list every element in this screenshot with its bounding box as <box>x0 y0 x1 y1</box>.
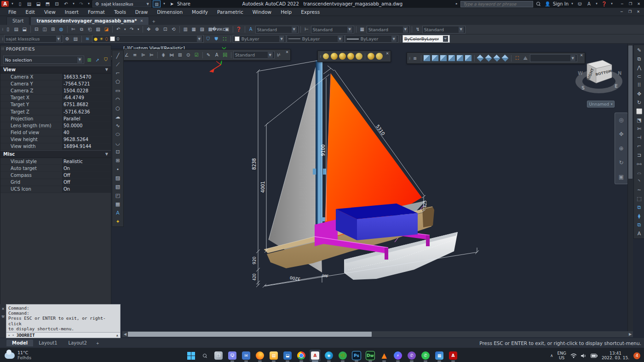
green-app-button[interactable]: 🌿 <box>337 350 348 362</box>
quick-select-icon[interactable]: ⛉ <box>103 57 109 63</box>
section-misc[interactable]: Misc▼ <box>0 150 111 158</box>
dreamweaver-button[interactable]: Dw <box>365 350 376 362</box>
view-neiso-icon[interactable] <box>493 55 501 62</box>
lineweight-combo[interactable]: ByLayer▼ <box>345 35 398 43</box>
mail-button[interactable]: ✉ <box>241 350 252 362</box>
create-camera-icon[interactable]: ⛶ <box>513 55 521 62</box>
copy-icon[interactable]: ⧉ <box>635 55 644 63</box>
ellipse-arc-icon[interactable]: ◡ <box>113 139 122 147</box>
language-indicator[interactable]: ENGUS <box>557 351 566 361</box>
prop-row[interactable]: Camera Y-7564.5721 <box>0 80 111 87</box>
compass-north[interactable]: N <box>618 71 621 76</box>
circle-icon[interactable]: ○ <box>113 104 122 112</box>
make-layer-current-icon[interactable]: ⛉ <box>204 36 212 42</box>
collapse-icon[interactable]: ▼ <box>105 152 108 156</box>
autocad-taskbar-button[interactable]: A <box>310 350 321 362</box>
new-tab-button[interactable]: ＋ <box>150 18 157 25</box>
ray-icon[interactable]: ⟋ <box>113 60 122 68</box>
publish-icon[interactable]: ⊞ <box>49 26 57 33</box>
block-editor-icon[interactable]: ◪ <box>103 26 110 33</box>
user-icon[interactable]: 👤 <box>544 1 552 7</box>
text-edit-icon[interactable]: A <box>635 229 644 238</box>
share-icon[interactable]: ➤ <box>168 1 176 7</box>
views-tb-grip[interactable]: ⁞⁞ <box>409 56 410 61</box>
table-icon[interactable]: ▦ <box>113 200 122 208</box>
break-point-icon[interactable]: ⌐ <box>635 142 644 150</box>
redo-list-icon[interactable]: ▾ <box>136 26 141 33</box>
viber-button[interactable]: ✆ <box>406 350 417 362</box>
mtext-icon[interactable]: A <box>113 209 122 217</box>
dim-centermark-icon[interactable]: ⊙ <box>184 52 192 58</box>
vs-wireframe-icon[interactable] <box>330 53 338 60</box>
firefox-button[interactable] <box>254 350 265 362</box>
vs-toolbar-close-icon[interactable]: ✕ <box>385 51 390 56</box>
blend-icon[interactable]: ∼ <box>635 186 644 194</box>
dim-inspect-icon[interactable]: ☑ <box>193 52 201 58</box>
open-icon[interactable]: ▤ <box>12 26 20 33</box>
named-view-combo[interactable]: ▼ <box>530 54 577 62</box>
rectangle-icon[interactable]: ▭ <box>113 86 122 95</box>
prop-row[interactable]: UCS IconOn <box>0 186 111 193</box>
workspace-switcher[interactable]: ⚙ sajat klasszikus ▼ <box>92 0 151 7</box>
ellipse-icon[interactable]: ⬭ <box>113 130 122 138</box>
dim-space-icon[interactable]: ⋕ <box>160 52 167 58</box>
view-back-icon[interactable] <box>465 55 472 62</box>
command-input[interactable]: ▸ ▾ 3DORBIT ▲ <box>6 333 121 338</box>
dim-style-dialog-icon[interactable]: ⊬ <box>275 52 283 58</box>
text-style-combo[interactable]: Standard▼ <box>255 26 299 34</box>
tab-layout1[interactable]: Layout1 <box>33 339 63 346</box>
mirror-icon[interactable]: ⋀ <box>635 63 644 72</box>
qsave-icon[interactable]: ⬓ <box>21 26 29 33</box>
help-icon[interactable]: ❓ <box>600 1 608 7</box>
dim-draft[interactable]: 420 <box>253 273 257 280</box>
save-tool-button[interactable]: ⬓ <box>282 350 293 362</box>
drawing-area[interactable]: 8238 4001 9100 5310 425 920 420 3200 400 <box>0 44 644 338</box>
hscroll-thumb[interactable] <box>128 332 372 337</box>
plot-icon2[interactable]: ⊟ <box>33 26 40 33</box>
prop-row[interactable]: CompassOff <box>0 172 111 179</box>
properties-title[interactable]: PROPERTIES <box>0 45 111 52</box>
acrobat-button[interactable]: A <box>448 350 459 362</box>
compass-east[interactable]: E <box>615 84 618 89</box>
view-bottom-icon[interactable] <box>431 55 439 62</box>
zoom-window-icon[interactable]: ⊡ <box>161 26 169 33</box>
erase-icon[interactable]: ✎ <box>635 46 644 54</box>
copy-clip-icon[interactable]: ⧉ <box>78 26 86 33</box>
doc-restore-button[interactable]: ❐ <box>626 9 634 15</box>
dim-quick-icon[interactable]: ≡ <box>131 52 139 58</box>
volume-icon[interactable] <box>581 353 586 358</box>
command-expand-icon[interactable]: ▲ <box>116 334 118 337</box>
dim-angular-icon[interactable]: ∠ <box>123 52 131 58</box>
paste-block-icon[interactable]: ⧫ <box>635 212 644 220</box>
layer-lock-icon[interactable]: ⬯ <box>105 36 108 42</box>
stretch-icon[interactable]: ⬔ <box>635 116 644 124</box>
view-left-icon[interactable] <box>440 55 448 62</box>
designcenter-icon[interactable]: ▦ <box>190 26 198 33</box>
notification-badge[interactable]: 4 <box>633 352 640 359</box>
make-block-icon[interactable]: ⊞ <box>113 156 122 164</box>
prop-row[interactable]: View width16894.9144 <box>0 143 111 150</box>
workspace-save-icon[interactable]: ▤ <box>72 36 80 42</box>
start-button[interactable] <box>185 350 196 362</box>
prop-row[interactable]: Field of view40 <box>0 130 111 136</box>
wifi-icon[interactable] <box>570 353 577 358</box>
join-icon[interactable]: ⧟ <box>635 159 644 168</box>
search-arrow-icon[interactable]: ▸ <box>454 1 459 7</box>
scale-icon[interactable]: ⬜ <box>635 107 644 115</box>
close-button[interactable]: ✕ <box>635 1 643 7</box>
prop-row[interactable]: Camera X16633.5470 <box>0 74 111 80</box>
gradient-icon[interactable]: ▧ <box>113 182 122 191</box>
offset-icon[interactable]: ⊂ <box>635 72 644 80</box>
battery-icon[interactable] <box>591 354 598 358</box>
named-views-icon[interactable]: ⧈ <box>411 55 419 62</box>
tool-palettes-icon[interactable]: ▨ <box>198 26 206 33</box>
photos-button[interactable]: ▦ <box>434 350 445 362</box>
prop-row[interactable]: Camera Z1504.0228 <box>0 87 111 94</box>
viewcube-named-view-button[interactable]: Unnamed▾ <box>587 101 615 107</box>
pan-icon[interactable]: ✥ <box>145 26 153 33</box>
autocad-logo-icon[interactable]: A <box>1 1 9 7</box>
plot-style-combo[interactable]: ByColorByLayer▼ <box>402 35 450 43</box>
help-search[interactable] <box>460 1 533 7</box>
quickcalc-icon[interactable]: ▣ <box>223 26 231 33</box>
toolbar-grip2[interactable]: ⁞⁞ <box>2 37 3 41</box>
